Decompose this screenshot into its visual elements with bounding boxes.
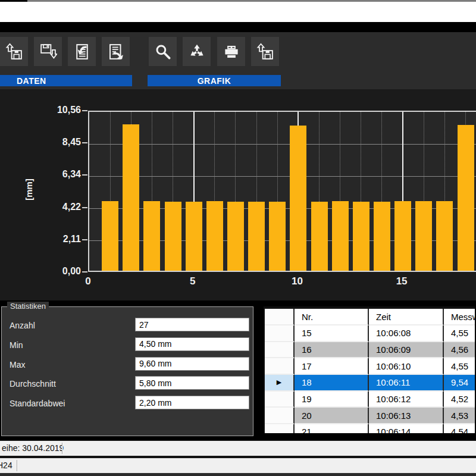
floppy-load-button[interactable] [0,37,28,66]
y-axis-title: [mm] [24,178,34,201]
cell-messwert[interactable]: 4,54 [444,424,476,434]
y-tick-mark [82,110,87,111]
table-row[interactable]: 1710:06:104,55 [265,358,476,375]
floppy-save-button[interactable] [34,37,62,66]
chart-bar [227,202,244,271]
gridline-horizontal [89,176,476,177]
printer-button[interactable] [217,37,245,66]
magnifier-button[interactable] [149,37,177,66]
stat-input-standardabwei[interactable] [135,396,249,409]
doc-import-button[interactable] [68,37,96,66]
y-tick-label: 2,11 [33,234,81,245]
cell-nr[interactable]: 21 [295,424,369,434]
toolbar-group-grafik: GRAFIK [148,75,281,86]
row-header-cell[interactable] [265,358,295,375]
chart-bar [415,201,432,271]
cell-nr[interactable]: 20 [295,408,369,424]
magnifier-icon [154,43,172,61]
cell-messwert[interactable]: 4,52 [444,392,476,408]
statusbar-1: eihe: 30.04.2019 [0,441,476,456]
table-row[interactable]: 1610:06:094,56 [265,342,476,359]
y-tick-mark [82,142,87,143]
window-bottom-strip [0,473,476,476]
toolbar: DATENGRAFIK [0,32,476,89]
cell-zeit[interactable]: 10:06:09 [369,342,444,359]
chart-bar [436,201,453,271]
chart-bar [102,201,118,271]
floppy-load-icon [5,43,23,61]
floppy-export-button[interactable] [251,37,279,66]
cell-zeit[interactable]: 10:06:08 [369,325,444,342]
row-header-cell[interactable] [265,424,295,434]
chart-bar [332,201,349,271]
chart-bar [186,202,202,271]
selected-row-arrow-icon: ▶ [277,378,281,386]
cell-nr[interactable]: 17 [295,358,369,375]
recycle-button[interactable] [183,37,211,66]
x-tick-label: 5 [190,275,195,287]
recycle-icon [188,43,206,61]
cell-zeit[interactable]: 10:06:12 [369,392,444,408]
cell-zeit[interactable]: 10:06:14 [369,424,444,434]
toolbar-group-daten: DATEN [0,75,132,86]
cell-messwert[interactable]: 4,55 [444,358,476,375]
cell-nr[interactable]: 16 [295,342,369,359]
y-tick-label: 6,34 [33,169,81,180]
stat-input-min[interactable] [135,337,249,351]
statusbar-separator [17,460,17,471]
separator-bar [0,22,476,32]
column-header-messwert[interactable]: Messwert [444,309,476,325]
floppy-export-icon [256,43,274,61]
floppy-save-icon [39,43,57,61]
statusbar-device-id: H24 [0,461,12,470]
table-row[interactable]: ▶1810:06:119,54 [265,375,476,392]
table-row[interactable]: 1510:06:084,55 [265,325,476,342]
chart-bar [458,125,474,271]
row-header-cell[interactable] [265,408,295,424]
table-header-row: Nr.ZeitMesswert [265,309,476,325]
cell-messwert[interactable]: 4,53 [444,408,476,424]
stat-input-durchschnitt[interactable] [135,376,249,390]
column-header-nr[interactable]: Nr. [295,309,369,325]
chart-bar [123,124,139,271]
chart-bar [269,202,286,271]
row-header-cell[interactable] [265,392,295,408]
table-row[interactable]: 2110:06:144,54 [265,424,476,434]
measurements-table[interactable]: Nr.ZeitMesswert1510:06:084,551610:06:094… [262,305,476,434]
y-tick-mark [82,271,87,273]
cell-messwert[interactable]: 4,55 [444,325,476,342]
window-title-strip [0,2,476,22]
y-tick-mark [82,174,87,176]
stat-label-anzahl: Anzahl [10,321,35,330]
y-tick-label: 0,00 [33,266,81,277]
doc-export-button[interactable] [102,37,130,66]
table-corner-cell [265,309,295,325]
cell-zeit[interactable]: 10:06:13 [369,408,444,424]
chart-panel: [mm] 0,002,114,226,348,4510,56051015 [0,89,476,300]
y-tick-label: 8,45 [33,137,81,148]
stat-label-min: Min [10,340,23,350]
y-tick-mark [82,239,87,240]
cell-nr[interactable]: 19 [295,392,369,408]
chart-bar [165,202,181,271]
stat-label-durchschnitt: Durchschnitt [10,379,56,389]
cell-messwert[interactable]: 4,56 [444,342,476,359]
stat-input-anzahl[interactable] [135,318,249,331]
cell-zeit[interactable]: 10:06:10 [369,358,444,375]
statistics-groupbox: Statistiken AnzahlMinMaxDurchschnittStan… [1,306,253,436]
table-row[interactable]: 2010:06:134,53 [265,408,476,424]
gridline-horizontal [89,144,476,145]
row-header-cell[interactable]: ▶ [265,375,295,392]
row-header-cell[interactable] [265,325,295,342]
cell-zeit[interactable]: 10:06:11 [369,375,444,392]
table-row[interactable]: 1910:06:124,52 [265,392,476,408]
row-header-cell[interactable] [265,342,295,359]
column-header-zeit[interactable]: Zeit [369,309,444,325]
cell-nr[interactable]: 15 [295,325,369,342]
x-tick-label: 0 [85,275,90,287]
stat-input-max[interactable] [135,357,249,371]
chart-bar [290,126,306,271]
cell-nr[interactable]: 18 [295,375,369,392]
toolbar-group-label: GRAFIK [198,76,231,86]
cell-messwert[interactable]: 9,54 [444,375,476,392]
